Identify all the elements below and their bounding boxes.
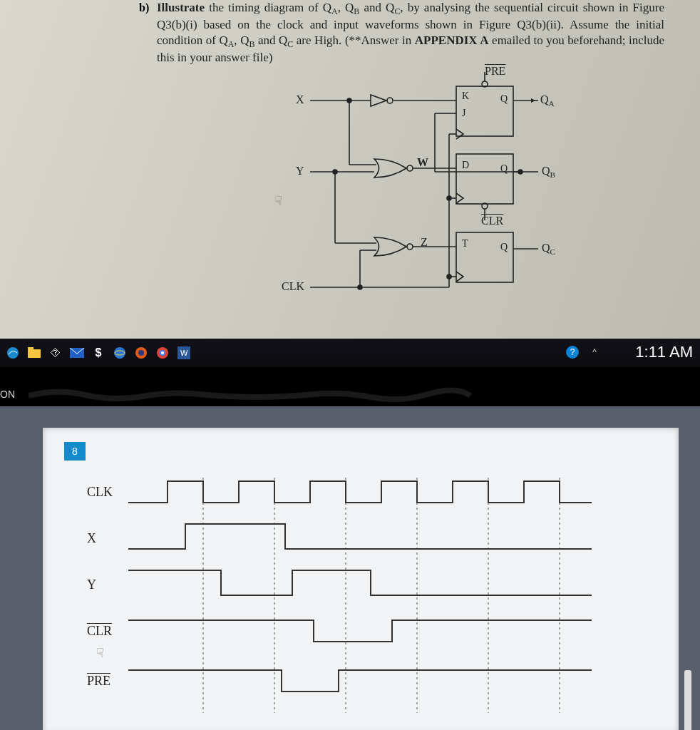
pre-row-label: PRE: [87, 674, 110, 689]
lower-screen: 8 CLK X Y CLR PRE ☟: [0, 406, 700, 730]
question-text: Illustrate the timing diagram of QA, QB …: [157, 0, 664, 65]
firefox-icon[interactable]: [134, 346, 148, 360]
svg-point-53: [138, 350, 144, 356]
svg-text:Q: Q: [500, 93, 508, 104]
svg-text:K: K: [462, 91, 469, 101]
circuit-svg: K J Q D Q T Q: [135, 65, 634, 307]
clr-row-label: CLR: [87, 624, 112, 639]
word-icon[interactable]: W: [177, 346, 191, 360]
svg-text:Q: Q: [500, 242, 508, 252]
chrome-icon[interactable]: [155, 346, 170, 360]
y-row-label: Y: [87, 577, 96, 592]
store-icon[interactable]: $: [91, 346, 105, 360]
question-number-badge: 8: [64, 442, 86, 461]
svg-text:W: W: [180, 349, 188, 357]
circuit-diagram: X Y CLK PRE CLR W Z QA QB QC ☟ K J Q D Q: [135, 65, 634, 307]
question-paper-top: b) Illustrate the timing diagram of QA, …: [0, 0, 700, 339]
help-tray-icon[interactable]: ?: [566, 346, 579, 359]
svg-point-56: [161, 351, 164, 354]
question-label: b): [139, 1, 149, 14]
svg-text:J: J: [462, 108, 466, 118]
timing-diagram: CLK X Y CLR PRE ☟: [121, 478, 592, 723]
svg-point-40: [447, 274, 451, 279]
scrollbar-thumb[interactable]: [684, 670, 691, 730]
ie-icon[interactable]: [113, 346, 127, 360]
photo-gap: ON: [0, 367, 700, 406]
mail-icon[interactable]: [70, 346, 84, 360]
clk-row-label: CLK: [87, 485, 113, 500]
svg-point-39: [447, 196, 451, 200]
svg-point-41: [358, 285, 362, 289]
timing-diagram-page: 8 CLK X Y CLR PRE ☟: [43, 428, 679, 730]
file-explorer-icon[interactable]: [27, 346, 41, 360]
svg-text:T: T: [462, 238, 468, 249]
partial-window-text: ON: [0, 389, 15, 400]
tray-overflow-icon[interactable]: ^: [592, 347, 597, 357]
timing-svg: [121, 478, 592, 720]
svg-rect-48: [28, 347, 34, 350]
redaction-scribble: [29, 385, 485, 406]
svg-text:D: D: [462, 160, 469, 170]
svg-rect-47: [28, 349, 41, 358]
cursor-icon-2: ☟: [96, 645, 104, 661]
taskbar-clock[interactable]: 1:11 AM: [635, 343, 693, 361]
edge-icon[interactable]: [6, 346, 20, 360]
dropbox-icon[interactable]: ⯑: [48, 346, 63, 360]
x-row-label: X: [87, 531, 96, 546]
svg-point-25: [407, 165, 413, 171]
windows-taskbar: ⯑ $ W ? ^ 1:11 AM: [0, 339, 700, 367]
svg-point-28: [407, 244, 413, 250]
svg-point-50: [114, 347, 125, 359]
